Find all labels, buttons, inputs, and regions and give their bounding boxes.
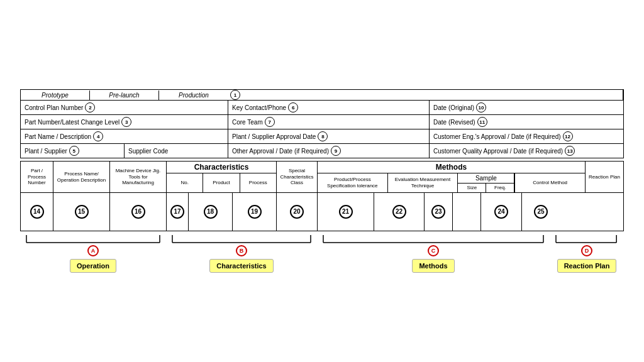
production-cell: Production <box>159 90 228 100</box>
header-row1: Prototype Pre-launch Production 1 <box>21 90 623 101</box>
plant-approval-cell: Plant / Supplier Approval Date 8 <box>228 129 430 143</box>
prototype-cell: Prototype <box>21 90 90 100</box>
circle-5: 5 <box>69 146 79 156</box>
production-label: Production <box>179 92 209 99</box>
circle-13: 13 <box>565 146 575 156</box>
core-team-cell: Core Team 7 <box>228 115 430 129</box>
supplier-code-cell: Supplier Code <box>125 144 228 158</box>
circle-11: 11 <box>477 117 487 127</box>
methods-group: Methods Product/Process Specification to… <box>318 162 586 192</box>
other-approval-cell: Other Approval / Date (if Required) 9 <box>228 144 430 158</box>
cell-21: 21 <box>318 193 374 231</box>
cell-freq-empty <box>453 193 481 231</box>
plant-supplier-cell: Plant / Supplier 5 <box>21 144 125 158</box>
cell-24: 24 <box>481 193 522 231</box>
operation-bracket-svg <box>20 234 166 245</box>
part-number-cell: Part Number/Latest Change Level 3 <box>21 115 228 129</box>
circle-16: 16 <box>131 205 145 219</box>
circle-22: 22 <box>392 205 406 219</box>
core-team-label: Core Team <box>232 119 263 126</box>
sample-group: Sample Size Freq. <box>458 173 514 192</box>
date-revised-cell: Date (Revised) 11 <box>430 115 623 129</box>
operation-group: A Operation <box>20 234 166 273</box>
bottom-section: A Operation B Characteristics <box>20 234 624 273</box>
methods-bracket-svg <box>317 234 550 245</box>
cell-22: 22 <box>374 193 425 231</box>
circle-18: 18 <box>204 205 218 219</box>
circle-3: 3 <box>121 117 131 127</box>
circle-25: 25 <box>534 205 548 219</box>
circle-d: D <box>581 245 592 256</box>
operation-text: Operation <box>77 262 109 270</box>
characteristics-text: Characteristics <box>216 262 267 270</box>
header-row2: Control Plan Number 2 Key Contact/Phone … <box>21 101 623 115</box>
operation-label-group: A Operation <box>70 245 116 273</box>
col-prod-spec: Product/Process Specification tolerance <box>318 173 388 192</box>
part-name-label: Part Name / Description <box>25 133 91 140</box>
characteristics-label-group: B Characteristics <box>209 245 274 273</box>
characteristics-label: Characteristics <box>209 259 274 273</box>
col-process-name-label: Process Name/ Operation Description <box>55 171 108 183</box>
prelaunch-cell: Pre-launch <box>90 90 159 100</box>
col-machine: Machine Device Jig. Tools for Manufactur… <box>110 162 167 192</box>
cell-18: 18 <box>189 193 233 231</box>
prototype-label: Prototype <box>42 92 69 99</box>
reaction-plan-label: Reaction Plan <box>557 259 617 273</box>
circle-23: 23 <box>431 205 445 219</box>
part-number-label: Part Number/Latest Change Level <box>25 119 119 126</box>
plant-approval-label: Plant / Supplier Approval Date <box>232 133 316 140</box>
table-header-row: Part / Process Number Process Name/ Oper… <box>21 162 623 193</box>
sample-cols: Size Freq. <box>458 184 514 192</box>
circle-21: 21 <box>339 205 353 219</box>
methods-text: Methods <box>419 262 447 270</box>
circle-19: 19 <box>248 205 262 219</box>
methods-title: Methods <box>318 162 585 173</box>
main-table: Part / Process Number Process Name/ Oper… <box>20 161 624 231</box>
table-data-row: 14 15 16 17 18 19 20 21 <box>21 193 623 231</box>
customer-quality-cell: Customer Quality Approval / Date (if Req… <box>430 144 623 158</box>
operation-label: Operation <box>70 259 116 273</box>
control-plan-label: Control Plan Number <box>25 104 83 111</box>
key-contact-cell: Key Contact/Phone 6 <box>228 101 430 114</box>
circle-10: 10 <box>476 102 486 112</box>
circle-a: A <box>87 245 99 256</box>
col-freq: Freq. <box>486 184 514 192</box>
customer-quality-label: Customer Quality Approval / Date (if Req… <box>433 148 563 155</box>
circle-14: 14 <box>30 205 44 219</box>
col-part-process-label: Part / Process Number <box>23 168 51 186</box>
circle-17: 17 <box>170 205 184 219</box>
reaction-plan-text: Reaction Plan <box>564 262 610 270</box>
page-container: Prototype Pre-launch Production 1 Contro… <box>14 83 630 279</box>
methods-cols: Product/Process Specification tolerance … <box>318 173 585 192</box>
methods-label: Methods <box>412 259 454 273</box>
col-machine-label: Machine Device Jig. Tools for Manufactur… <box>112 168 164 186</box>
circle-12: 12 <box>563 131 573 141</box>
circle-b: B <box>236 245 247 256</box>
date-original-label: Date (Original) <box>433 104 474 111</box>
col-part-process: Part / Process Number <box>21 162 53 192</box>
circle-15: 15 <box>75 205 89 219</box>
characteristics-group: Characteristics No. Product Process <box>167 162 277 192</box>
col-size: Size <box>458 184 486 192</box>
cell-16: 16 <box>110 193 167 231</box>
circle-24: 24 <box>494 205 508 219</box>
cell-25: 25 <box>522 193 560 231</box>
header-row3: Part Number/Latest Change Level 3 Core T… <box>21 115 623 129</box>
other-approval-label: Other Approval / Date (if Required) <box>232 148 329 155</box>
circle-20: 20 <box>290 205 304 219</box>
methods-label-group: C Methods <box>412 245 454 273</box>
characteristics-bracket-svg <box>166 234 317 245</box>
cell-20: 20 <box>277 193 318 231</box>
customer-eng-cell: Customer Eng.'s Approval / Date (if Requ… <box>430 129 623 143</box>
circle-6: 6 <box>288 102 298 112</box>
cell-15: 15 <box>53 193 110 231</box>
plant-supplier-label: Plant / Supplier <box>25 148 67 155</box>
circle-1: 1 <box>230 90 240 100</box>
reaction-plan-group-bottom: D Reaction Plan <box>550 234 624 273</box>
circle-7: 7 <box>265 117 275 127</box>
col-reaction-plan-label: Reaction Plan <box>589 174 620 180</box>
header-row5: Plant / Supplier 5 Supplier Code Other A… <box>21 144 623 158</box>
circle-8: 8 <box>318 131 328 141</box>
col-char-product: Product <box>203 173 240 192</box>
characteristics-group-bottom: B Characteristics <box>166 234 317 273</box>
